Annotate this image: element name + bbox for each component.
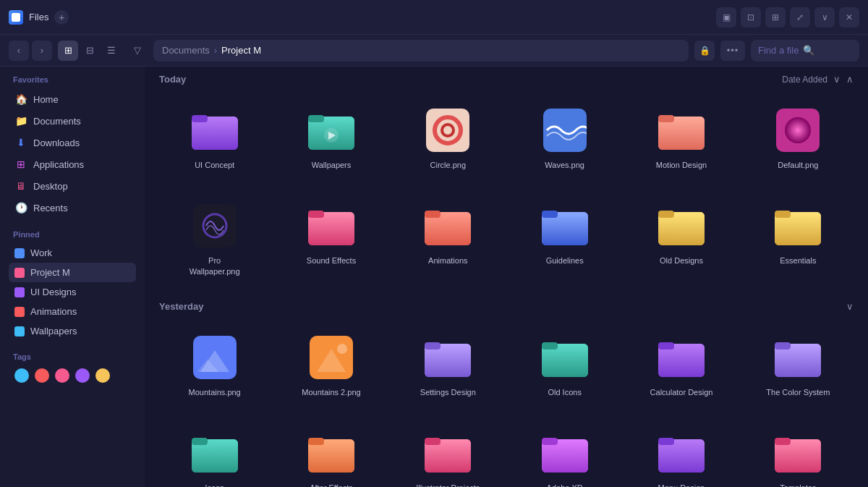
more-button[interactable]: ••• [720, 41, 745, 61]
file-item-animations[interactable]: Animations [393, 195, 503, 282]
file-item-adobexd[interactable]: Adobe XD Projects [509, 422, 620, 487]
folder-icon-colorsystem [773, 332, 823, 383]
file-item-wallpapers[interactable]: Wallpapers [276, 99, 386, 176]
folder-svg [658, 433, 705, 473]
sidebar-item-label: Desktop [33, 181, 68, 192]
file-item-guidelines[interactable]: Guidelines [509, 195, 620, 282]
window-split-button[interactable]: ⊞ [765, 7, 786, 27]
toolbar: ‹ › ⊞ ⊟ ☰ ▽ Documents › Project M 🔒 ••• … [0, 35, 868, 67]
lock-button[interactable]: 🔒 [694, 41, 715, 61]
search-bar[interactable]: Find a file 🔍 [751, 40, 859, 62]
file-item-calculatordesign[interactable]: Calculator Design [626, 326, 736, 403]
tag-blue[interactable] [14, 368, 29, 383]
column-view-button[interactable]: ⊟ [80, 41, 100, 61]
file-item-olddesigns[interactable]: Old Designs [626, 195, 736, 282]
sidebar-item-uidesigns[interactable]: UI Designs [9, 282, 136, 302]
sidebar-item-projectm[interactable]: Project M [9, 263, 136, 282]
sidebar-item-label: Wallpapers [30, 326, 77, 336]
window-expand-button[interactable]: ⤢ [790, 7, 810, 27]
file-name-essentials: Essentials [780, 255, 816, 266]
file-item-icons[interactable]: Icons [159, 422, 270, 487]
file-name-default: Default.png [778, 160, 818, 170]
window-minimize-button[interactable]: ∨ [814, 7, 835, 27]
folder-svg [542, 206, 588, 245]
today-collapse[interactable]: ∧ [846, 74, 854, 85]
yesterday-title: Yesterday [159, 301, 203, 312]
sidebar-item-label: Project M [30, 267, 70, 278]
back-button[interactable]: ‹ [9, 41, 29, 61]
folder-icon-aftereffects [306, 428, 357, 478]
file-item-aftereffects[interactable]: After Effects Projects [276, 422, 386, 487]
app-icon-inner [12, 13, 20, 22]
sidebar-item-desktop[interactable]: 🖥 Desktop [9, 175, 136, 197]
new-tab-button[interactable]: + [54, 10, 69, 25]
file-name-circle: Circle.png [430, 160, 467, 170]
file-item-mountains2[interactable]: Mountains 2.png [276, 326, 386, 403]
recents-icon: 🕐 [14, 201, 27, 214]
folder-svg [425, 206, 471, 245]
sidebar-item-applications[interactable]: ⊞ Applications [9, 153, 136, 175]
window-tab-button[interactable]: ⊡ [741, 7, 761, 27]
file-item-uiconcept[interactable]: UI Concept [159, 99, 270, 176]
image-svg [193, 204, 237, 247]
sidebar-item-label: Downloads [33, 137, 80, 148]
file-item-settingsdesign[interactable]: Settings Design [393, 326, 503, 403]
file-item-default[interactable]: Default.png [743, 99, 854, 176]
today-grid-row1: UI Concept [145, 92, 868, 187]
window-close-button[interactable]: ✕ [839, 7, 859, 27]
file-item-circle[interactable]: Circle.png [393, 99, 503, 176]
file-name-icons: Icons [205, 483, 224, 487]
file-item-motiondesign[interactable]: Motion Design [626, 99, 736, 176]
svg-rect-27 [542, 211, 558, 218]
tag-pink[interactable] [55, 368, 69, 383]
sidebar-item-downloads[interactable]: ⬇ Downloads [9, 132, 136, 153]
folder-icon-olddesigns [656, 200, 707, 251]
tag-yellow[interactable] [95, 368, 110, 383]
documents-icon: 📁 [14, 114, 27, 127]
forward-button[interactable]: › [32, 41, 52, 61]
applications-icon: ⊞ [14, 158, 27, 171]
pinned-title: Pinned [9, 230, 136, 239]
image-svg [543, 109, 587, 152]
file-item-illustrator[interactable]: Illustrator Projects [393, 422, 503, 487]
sidebar-item-wallpapers[interactable]: Wallpapers [9, 321, 136, 341]
folder-icon-templates [773, 428, 823, 478]
list-view-button[interactable]: ☰ [101, 41, 122, 61]
folder-svg [775, 433, 821, 473]
sort-chevron[interactable]: ∨ [833, 74, 841, 85]
svg-rect-30 [658, 211, 674, 218]
grid-view-button[interactable]: ⊞ [58, 41, 78, 61]
svg-rect-51 [775, 342, 791, 350]
yesterday-grid-row1: Mountains.png Mountains 2.png [145, 319, 868, 415]
file-item-waves[interactable]: Waves.png [509, 99, 620, 176]
window-sidebar-button[interactable]: ▣ [716, 7, 736, 27]
file-name-olddesigns: Old Designs [660, 255, 703, 266]
title-bar-right: ▣ ⊡ ⊞ ⤢ ∨ ✕ [716, 7, 859, 27]
tag-red[interactable] [35, 368, 49, 383]
file-item-oldicons[interactable]: Old Icons [509, 326, 620, 403]
svg-rect-45 [542, 342, 558, 350]
file-item-mountains[interactable]: Mountains.png [159, 326, 270, 403]
file-item-prowallpaper[interactable]: Pro Wallpaper.png [159, 195, 270, 282]
tag-purple[interactable] [75, 368, 90, 383]
folder-icon-soundeffects [306, 200, 357, 251]
file-item-menudesign[interactable]: Menu Design [626, 422, 736, 487]
folder-svg [658, 338, 705, 377]
svg-point-16 [785, 117, 811, 143]
sidebar-item-recents[interactable]: 🕐 Recents [9, 197, 136, 219]
file-item-soundeffects[interactable]: Sound Effects [276, 195, 386, 282]
sidebar-item-documents[interactable]: 📁 Documents [9, 110, 136, 132]
sidebar-item-home[interactable]: 🏠 Home [9, 88, 136, 110]
file-item-colorsystem[interactable]: The Color System [743, 326, 854, 403]
folder-icon-wallpapers [306, 105, 357, 156]
folder-icon-oldicons [540, 332, 590, 383]
sort-controls: Date Added ∨ ∧ [782, 74, 854, 85]
sidebar-item-animations[interactable]: Animations [9, 302, 136, 321]
file-item-templates[interactable]: Templates [743, 422, 854, 487]
address-bar[interactable]: Documents › Project M [153, 40, 689, 62]
yesterday-collapse[interactable]: ∨ [846, 301, 854, 312]
image-icon-waves [540, 105, 590, 156]
file-item-essentials[interactable]: Essentials [743, 195, 854, 282]
sidebar-item-work[interactable]: Work [9, 243, 136, 263]
filter-button[interactable]: ▽ [127, 41, 148, 61]
